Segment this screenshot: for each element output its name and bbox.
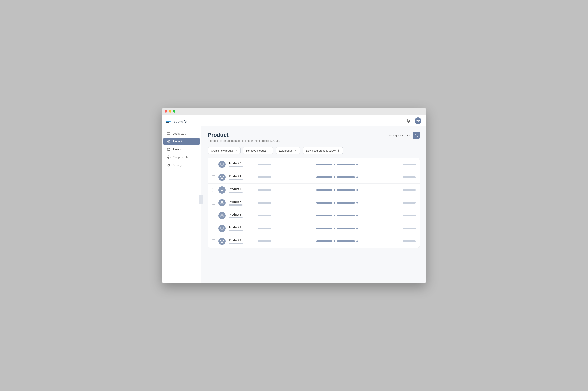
box-icon (220, 239, 224, 243)
sidebar: sbomify Dashboard (162, 115, 201, 283)
close-button[interactable] (165, 110, 167, 113)
box-icon (220, 201, 224, 204)
logo-text: sbomify (174, 120, 186, 124)
topbar: VP (201, 115, 426, 126)
skel-dot-1 (334, 228, 336, 229)
skel-dot-2 (356, 228, 358, 229)
skel-1 (257, 228, 271, 229)
product-name-area-5: Product 5 (229, 213, 254, 218)
project-icon (167, 148, 170, 151)
product-icon-4 (219, 199, 226, 206)
svg-rect-4 (168, 148, 170, 151)
product-icon-5 (219, 212, 226, 219)
page-area: Product A product is an aggregation of o… (201, 126, 426, 283)
skel-4 (403, 202, 416, 203)
skel-4 (403, 240, 416, 242)
components-label: Components (172, 156, 188, 159)
remove-product-button[interactable]: Remove product — (243, 147, 273, 154)
sidebar-item-dashboard[interactable]: Dashboard (164, 130, 200, 137)
product-name-1: Product 1 (229, 162, 254, 165)
sidebar-toggle[interactable]: ‹ (199, 195, 203, 203)
product-checkbox-6[interactable] (212, 227, 215, 230)
create-product-label: Create new product (211, 149, 234, 152)
sidebar-item-components[interactable]: Components (164, 153, 200, 161)
manage-user-icon (413, 132, 420, 139)
product-checkbox-1[interactable] (212, 163, 215, 166)
sidebar-item-project[interactable]: Project (164, 146, 200, 153)
skel-4 (403, 189, 416, 191)
download-sbom-button[interactable]: Download product SBOM ⬇ (303, 147, 343, 154)
main-content: VP Product A product is an aggregation o… (201, 115, 426, 283)
product-checkbox-4[interactable] (212, 201, 215, 204)
skel-1 (257, 176, 271, 178)
box-icon (220, 163, 224, 166)
dashboard-label: Dashboard (172, 132, 186, 135)
logo-stripe-3 (166, 122, 169, 123)
settings-icon (167, 163, 170, 167)
skeleton-group-3 (257, 189, 416, 191)
skel-3 (337, 228, 355, 229)
remove-product-label: Remove product (246, 149, 266, 152)
product-row-3: Product 3 (208, 184, 420, 196)
manage-invite-user-button[interactable]: Manage/Invite user (389, 132, 420, 139)
product-checkbox-7[interactable] (212, 239, 215, 243)
logo-stripe-1 (166, 119, 172, 120)
dashboard-icon (167, 132, 170, 135)
skel-1 (257, 215, 271, 216)
avatar[interactable]: VP (415, 117, 421, 124)
edit-product-button[interactable]: Edit product ✎ (276, 147, 300, 154)
skel-2 (317, 202, 332, 203)
svg-rect-5 (168, 148, 168, 149)
product-row-6: Product 6 (208, 222, 420, 235)
skel-3 (337, 215, 355, 216)
box-icon (220, 175, 224, 179)
skeleton-group-1 (257, 164, 416, 165)
skel-4 (403, 228, 416, 229)
skel-3 (337, 164, 355, 165)
product-icon-3 (219, 187, 226, 194)
chevron-left-icon: ‹ (201, 198, 202, 201)
product-icon-1 (219, 161, 226, 168)
page-title: Product (208, 132, 280, 138)
product-checkbox-2[interactable] (212, 175, 215, 179)
skel-dot-1 (334, 164, 336, 165)
product-row-4: Product 4 (208, 196, 420, 209)
svg-rect-6 (169, 148, 170, 149)
product-checkbox-5[interactable] (212, 214, 215, 217)
svg-point-11 (170, 157, 170, 158)
product-subbar-7 (229, 243, 243, 244)
skel-3 (337, 240, 355, 242)
download-sbom-label: Download product SBOM (306, 149, 336, 152)
product-icon (167, 140, 170, 143)
create-product-button[interactable]: Create new product + (208, 147, 241, 154)
skel-dot-1 (334, 202, 336, 203)
product-subbar-1 (229, 166, 243, 167)
product-row-7: Product 7 (208, 235, 420, 248)
skeleton-group-7 (257, 240, 416, 242)
fullscreen-button[interactable] (173, 110, 175, 113)
edit-icon: ✎ (295, 149, 297, 152)
minimize-button[interactable] (169, 110, 171, 113)
page-header: Product A product is an aggregation of o… (208, 132, 420, 142)
notifications-button[interactable] (405, 118, 412, 124)
product-name-area-4: Product 4 (229, 200, 254, 205)
app-body: sbomify Dashboard (162, 115, 426, 283)
skel-4 (403, 215, 416, 216)
plus-icon: + (236, 149, 237, 152)
svg-rect-2 (168, 134, 168, 135)
skel-2 (317, 240, 332, 242)
skel-1 (257, 189, 271, 191)
skel-1 (257, 202, 271, 203)
sidebar-item-product[interactable]: Product (164, 138, 200, 145)
settings-label: Settings (172, 164, 183, 167)
logo-icon (166, 119, 172, 124)
product-name-area-6: Product 6 (229, 226, 254, 231)
skel-2 (317, 189, 332, 191)
product-checkbox-3[interactable] (212, 188, 215, 192)
logo-stripe-2 (166, 121, 170, 122)
sidebar-item-settings[interactable]: Settings (164, 161, 200, 169)
skel-dot-1 (334, 176, 336, 178)
box-icon (220, 214, 224, 217)
svg-point-10 (167, 157, 168, 158)
svg-point-16 (416, 134, 417, 135)
